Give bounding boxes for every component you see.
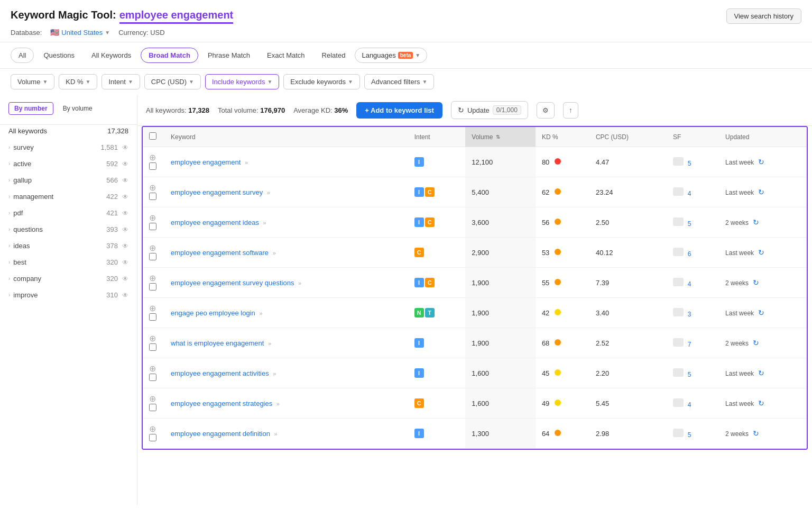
filter-cpc[interactable]: CPC (USD) ▼ [144,74,201,89]
expand-icon[interactable]: » [298,280,301,286]
eye-icon[interactable]: 👁 [122,242,128,250]
view-by-number[interactable]: By number [8,102,53,115]
row-refresh-icon[interactable]: ↻ [758,399,764,407]
keyword-link[interactable]: employee engagement strategies [171,400,272,407]
sidebar-item[interactable]: › improve 310 👁 [0,287,137,303]
row-refresh-icon[interactable]: ↻ [758,188,764,196]
tab-languages[interactable]: Languages beta ▼ [355,48,427,63]
expand-icon[interactable]: » [245,159,248,166]
update-button[interactable]: ↻ Update 0/1,000 [451,101,528,119]
eye-icon[interactable]: 👁 [122,226,128,233]
header-sf[interactable]: SF [667,127,719,147]
expand-icon[interactable]: » [274,431,278,437]
filter-exclude-keywords[interactable]: Exclude keywords ▼ [283,74,360,89]
row-checkbox[interactable] [149,434,156,441]
add-row-icon[interactable]: ⊕ [149,394,156,403]
keyword-link[interactable]: what is employee engagement [171,339,264,347]
add-row-icon[interactable]: ⊕ [149,183,156,192]
row-checkbox[interactable] [149,343,156,351]
header-cpc[interactable]: CPC (USD) [589,127,667,147]
tab-all-keywords[interactable]: All Keywords [84,48,139,62]
filter-advanced[interactable]: Advanced filters ▼ [364,74,434,89]
sidebar-item[interactable]: › questions 393 👁 [0,221,137,238]
add-row-icon[interactable]: ⊕ [149,243,156,252]
sidebar-item[interactable]: › ideas 378 👁 [0,238,137,254]
row-refresh-icon[interactable]: ↻ [753,429,759,438]
row-refresh-icon[interactable]: ↻ [758,248,764,257]
expand-icon[interactable]: » [268,340,271,347]
header-updated[interactable]: Updated [719,127,807,147]
add-row-icon[interactable]: ⊕ [149,424,156,433]
expand-icon[interactable]: » [273,370,276,377]
sidebar-item[interactable]: › pdf 421 👁 [0,205,137,221]
eye-icon[interactable]: 👁 [122,210,128,217]
tab-all[interactable]: All [11,48,34,63]
header-keyword[interactable]: Keyword [164,127,408,147]
select-all-checkbox[interactable] [149,132,156,140]
eye-icon[interactable]: 👁 [122,160,128,168]
filter-volume[interactable]: Volume ▼ [11,74,54,89]
filter-intent[interactable]: Intent ▼ [102,74,140,89]
tab-exact-match[interactable]: Exact Match [260,48,312,62]
row-checkbox[interactable] [149,223,156,230]
keyword-link[interactable]: employee engagement ideas [171,219,259,226]
keyword-link[interactable]: employee engagement activities [171,369,269,377]
sidebar-item[interactable]: › company 320 👁 [0,270,137,287]
expand-icon[interactable]: » [273,250,276,256]
add-row-icon[interactable]: ⊕ [149,334,156,343]
add-row-icon[interactable]: ⊕ [149,153,156,162]
header-intent[interactable]: Intent [408,127,466,147]
view-by-volume[interactable]: By volume [58,102,98,115]
keyword-link[interactable]: employee engagement software [171,249,269,257]
row-refresh-icon[interactable]: ↻ [758,369,764,377]
view-history-button[interactable]: View search history [726,8,801,24]
add-row-icon[interactable]: ⊕ [149,213,156,222]
keyword-link[interactable]: employee engagement [171,158,241,166]
add-row-icon[interactable]: ⊕ [149,364,156,373]
add-row-icon[interactable]: ⊕ [149,304,156,313]
row-refresh-icon[interactable]: ↻ [758,158,764,166]
row-refresh-icon[interactable]: ↻ [753,218,759,226]
export-button[interactable]: ↑ [563,102,578,119]
eye-icon[interactable]: 👁 [122,275,128,283]
tab-broad-match[interactable]: Broad Match [141,48,198,63]
keyword-link[interactable]: employee engagement definition [171,430,270,438]
eye-icon[interactable]: 👁 [122,144,128,151]
row-refresh-icon[interactable]: ↻ [753,339,759,347]
eye-icon[interactable]: 👁 [122,259,128,266]
filter-include-keywords[interactable]: Include keywords ▼ [205,74,279,89]
sidebar-item[interactable]: › active 592 👁 [0,156,137,172]
header-kd[interactable]: KD % [536,127,589,147]
expand-icon[interactable]: » [259,310,262,316]
settings-button[interactable]: ⚙ [537,102,555,119]
keyword-link[interactable]: employee engagement survey questions [171,279,294,287]
row-checkbox[interactable] [149,193,156,200]
tab-questions[interactable]: Questions [36,48,82,62]
eye-icon[interactable]: 👁 [122,193,128,201]
row-checkbox[interactable] [149,374,156,381]
expand-icon[interactable]: » [276,401,280,407]
add-to-keyword-list-button[interactable]: + Add to keyword list [356,102,442,119]
row-checkbox[interactable] [149,313,156,321]
sidebar-item[interactable]: › management 422 👁 [0,188,137,205]
tab-phrase-match[interactable]: Phrase Match [200,48,257,62]
add-row-icon[interactable]: ⊕ [149,274,156,283]
row-checkbox[interactable] [149,404,156,411]
header-volume[interactable]: Volume ⇅ [465,127,536,147]
row-checkbox[interactable] [149,283,156,291]
eye-icon[interactable]: 👁 [122,177,128,184]
tab-related[interactable]: Related [315,48,353,62]
sidebar-item[interactable]: › survey 1,581 👁 [0,139,137,156]
filter-kd[interactable]: KD % ▼ [59,74,97,89]
eye-icon[interactable]: 👁 [122,292,128,299]
database-selector[interactable]: 🇺🇸 United States ▼ [50,28,110,37]
expand-icon[interactable]: » [263,220,266,226]
keyword-link[interactable]: engage peo employee login [171,309,255,317]
row-checkbox[interactable] [149,162,156,170]
row-refresh-icon[interactable]: ↻ [753,278,759,287]
keyword-link[interactable]: employee engagement survey [171,188,263,196]
row-checkbox[interactable] [149,253,156,260]
sidebar-item[interactable]: › best 320 👁 [0,254,137,270]
sidebar-item[interactable]: › gallup 566 👁 [0,172,137,188]
row-refresh-icon[interactable]: ↻ [758,309,764,317]
